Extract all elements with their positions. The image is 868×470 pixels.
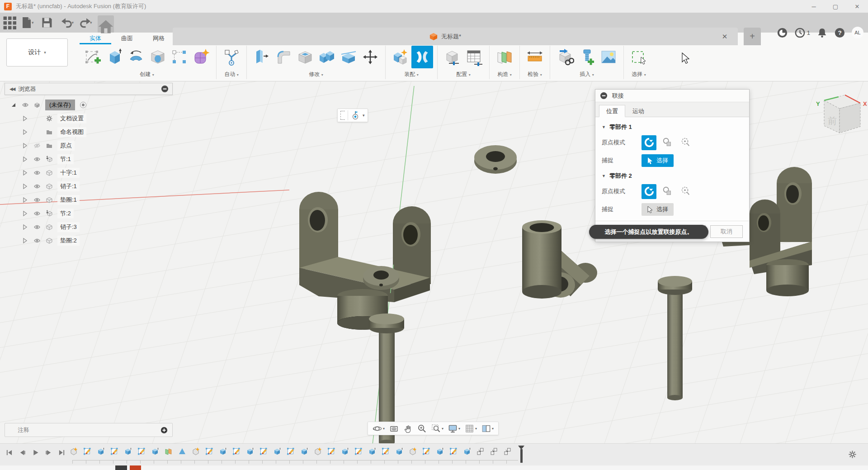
model-yoke-right[interactable] — [750, 167, 812, 296]
press-pull-button[interactable] — [251, 46, 273, 68]
select-button[interactable] — [628, 46, 650, 68]
tab-close-icon[interactable]: ✕ — [718, 28, 731, 45]
timeline-feature-sketch[interactable] — [231, 446, 241, 457]
visibility-icon[interactable] — [33, 196, 41, 204]
expand-icon[interactable] — [21, 223, 28, 231]
construct-plane-button[interactable] — [494, 46, 515, 68]
timeline-feature-extrude[interactable] — [96, 446, 106, 457]
form-button[interactable] — [190, 46, 212, 68]
visibility-icon[interactable] — [33, 210, 41, 218]
expand-icon[interactable] — [21, 128, 28, 136]
browser-item-label[interactable]: 销子:1 — [57, 181, 80, 191]
browser-item-label[interactable]: 垫圈:1 — [57, 195, 80, 205]
timeline-feature-extrude[interactable] — [394, 446, 404, 457]
timeline-feature-component[interactable] — [408, 446, 418, 457]
browser-item-label[interactable]: 命名视图 — [57, 127, 86, 137]
browser-item[interactable]: 节:2 — [5, 207, 173, 220]
browser-item[interactable]: 垫圈:2 — [5, 234, 173, 247]
timeline-play-button[interactable] — [30, 447, 41, 458]
timeline-feature-component[interactable] — [69, 446, 79, 457]
comments-panel[interactable]: 注释 — [5, 423, 173, 437]
origin-mode-simple-button-1[interactable] — [642, 135, 656, 150]
timeline-feature-plane[interactable] — [164, 446, 174, 457]
origin-mode-motion-button-2[interactable] — [678, 184, 693, 199]
timeline-feature-sketch[interactable] — [354, 446, 363, 457]
ribbon-tab-实体[interactable]: 实体 — [80, 33, 111, 44]
document-tab[interactable]: 无标题* ✕ — [173, 28, 738, 45]
browser-item-label[interactable]: 节:2 — [57, 209, 74, 218]
ribbon-tab-曲面[interactable]: 曲面 — [111, 33, 143, 44]
move-button[interactable] — [359, 46, 381, 68]
timeline-feature-extrude[interactable] — [150, 446, 160, 457]
activate-component-radio[interactable] — [80, 101, 87, 109]
home-button[interactable] — [98, 15, 114, 33]
display-settings-button[interactable]: ▾ — [446, 423, 462, 434]
browser-item[interactable]: 原点 — [5, 139, 173, 152]
tab-motion[interactable]: 运动 — [625, 105, 651, 117]
ribbon-group-dropdown[interactable]: 创建 ▾ — [140, 71, 154, 78]
timeline-feature-extrude[interactable] — [123, 446, 133, 457]
browser-item[interactable]: 命名视图 — [5, 125, 173, 139]
help-icon[interactable]: ? — [834, 27, 845, 38]
timeline-feature-sketch[interactable] — [326, 446, 336, 457]
hole-button[interactable] — [147, 46, 169, 68]
shell-button[interactable] — [294, 46, 316, 68]
zoom-window-button[interactable]: ▾ — [429, 423, 446, 434]
joint-origin-caret-icon[interactable]: ▾ — [363, 113, 365, 118]
timeline-feature-sketch[interactable] — [204, 446, 214, 457]
expand-icon[interactable] — [21, 196, 28, 204]
configuration-table-button[interactable] — [463, 46, 485, 68]
root-visibility-icon[interactable] — [22, 101, 29, 109]
timeline-feature-copy[interactable] — [503, 446, 513, 457]
timeline-feature-extrude[interactable] — [218, 446, 228, 457]
browser-item-label[interactable]: 垫圈:2 — [57, 236, 80, 246]
viewports-button[interactable]: ▾ — [479, 423, 496, 434]
visibility-icon[interactable] — [33, 237, 41, 245]
expand-icon[interactable] — [21, 142, 28, 150]
timeline-feature-component[interactable] — [191, 446, 201, 457]
timeline-skip-start-button[interactable] — [4, 447, 15, 458]
insert-canvas-button[interactable] — [598, 46, 619, 68]
create-sketch-button[interactable] — [82, 46, 104, 68]
browser-item-label[interactable]: 原点 — [57, 141, 75, 151]
visibility-icon[interactable] — [33, 169, 41, 177]
ribbon-group-dropdown[interactable]: 检验 ▾ — [528, 71, 542, 78]
extensions-icon[interactable] — [777, 27, 788, 38]
section-collapse-icon[interactable]: ▼ — [602, 174, 606, 178]
measure-button[interactable] — [524, 46, 546, 68]
automated-modeling-button[interactable] — [221, 46, 242, 68]
add-comment-icon[interactable] — [160, 427, 168, 434]
browser-root-row[interactable]: (未保存) — [5, 98, 173, 112]
timeline-feature-sketch[interactable] — [448, 446, 458, 457]
expand-icon[interactable] — [21, 210, 28, 218]
browser-item[interactable]: 垫圈:1 — [5, 193, 173, 207]
expand-icon[interactable] — [21, 237, 28, 245]
ribbon-tab-网格[interactable]: 网格 — [143, 33, 175, 44]
timeline-feature-sketch[interactable] — [137, 446, 146, 457]
timeline-feature-extrude[interactable] — [367, 446, 377, 457]
timeline-feature-sketch[interactable] — [82, 446, 92, 457]
orbit-button[interactable]: ▾ — [370, 423, 387, 434]
undo-caret-icon[interactable]: ▾ — [72, 20, 74, 25]
timeline-step-forward-button[interactable] — [43, 447, 54, 458]
job-status-clock-icon[interactable] — [794, 27, 806, 38]
pan-button[interactable] — [401, 423, 415, 434]
joint-button[interactable] — [411, 46, 433, 68]
3d-viewport[interactable]: ◀◀ 浏览器 (未保存) 文档设置 命名视图 原点 节:1 — [0, 81, 868, 470]
snap-select-button-2[interactable]: 选择 — [642, 203, 674, 216]
browser-item-label[interactable]: 十字:1 — [57, 168, 80, 178]
workspace-selector[interactable]: 设计 ▾ — [6, 38, 68, 66]
browser-item[interactable]: 节:1 — [5, 152, 173, 166]
component2-section-header[interactable]: ▼ 零部件 2 — [602, 170, 743, 182]
origin-mode-motion-button-1[interactable] — [678, 135, 693, 150]
model-washer-mid[interactable] — [363, 266, 399, 290]
browser-item-label[interactable]: 节:1 — [57, 154, 74, 164]
timeline-feature-copy[interactable] — [489, 446, 499, 457]
timeline-feature-sketch[interactable] — [259, 446, 269, 457]
zoom-button[interactable] — [415, 423, 429, 434]
expand-icon[interactable] — [21, 169, 28, 177]
browser-item[interactable]: 十字:1 — [5, 166, 173, 180]
origin-mode-between-faces-button-1[interactable] — [660, 135, 675, 150]
ribbon-group-dropdown[interactable]: 修改 ▾ — [309, 71, 323, 78]
dialog-minimize-icon[interactable] — [600, 92, 608, 100]
